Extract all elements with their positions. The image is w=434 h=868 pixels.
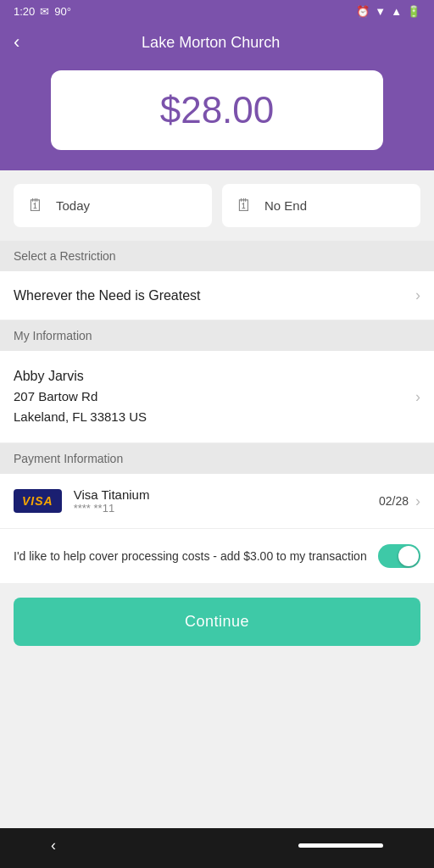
restriction-chevron-icon: › [415, 287, 420, 304]
start-calendar-icon: 🗓 [27, 196, 44, 215]
card-name: Visa Titanium [74, 487, 379, 502]
processing-text: I'd like to help cover processing costs … [14, 548, 368, 565]
end-date-button[interactable]: 🗓 No End [222, 184, 420, 227]
processing-row: I'd like to help cover processing costs … [0, 529, 434, 584]
signal-icon: ▲ [391, 5, 402, 18]
info-address1: 207 Bartow Rd [14, 387, 415, 407]
start-date-label: Today [56, 198, 90, 213]
my-info-section-label: My Information [0, 320, 434, 351]
amount-box: $28.00 [51, 70, 383, 150]
alarm-icon: ⏰ [356, 5, 370, 18]
nav-home-pill[interactable] [298, 843, 383, 848]
processing-toggle[interactable] [378, 544, 420, 568]
toggle-knob [398, 546, 419, 566]
info-chevron-icon: › [415, 388, 420, 406]
visa-logo: VISA [14, 489, 62, 513]
wifi-icon: ▼ [375, 5, 386, 18]
gmail-icon: ✉ [40, 5, 49, 18]
info-text-block: Abby Jarvis 207 Bartow Rd Lakeland, FL 3… [14, 366, 415, 427]
payment-section-label: Payment Information [0, 443, 434, 474]
info-address2: Lakeland, FL 33813 US [14, 407, 415, 427]
restriction-section-label: Select a Restriction [0, 241, 434, 271]
restriction-option[interactable]: Wherever the Need is Greatest › [0, 271, 434, 320]
continue-section: Continue [0, 584, 434, 663]
status-right: ⏰ ▼ ▲ 🔋 [356, 5, 420, 18]
my-info-section[interactable]: Abby Jarvis 207 Bartow Rd Lakeland, FL 3… [0, 351, 434, 443]
status-time: 1:20 [14, 5, 35, 18]
continue-button[interactable]: Continue [14, 598, 420, 646]
amount-container: $28.00 [0, 70, 434, 170]
end-calendar-icon: 🗓 [236, 196, 253, 215]
battery-icon: 🔋 [407, 5, 420, 18]
payment-row[interactable]: VISA Visa Titanium **** **11 02/28 › [0, 474, 434, 529]
amount-value: $28.00 [160, 89, 275, 131]
date-row: 🗓 Today 🗓 No End [0, 170, 434, 241]
info-name: Abby Jarvis [14, 366, 415, 387]
status-left: 1:20 ✉ 90° [14, 5, 71, 18]
start-date-button[interactable]: 🗓 Today [14, 184, 212, 227]
header-title: Lake Morton Church [30, 34, 392, 52]
payment-chevron-icon: › [415, 492, 420, 510]
end-date-label: No End [264, 198, 307, 213]
card-number: **** **11 [74, 502, 379, 515]
nav-bar: ‹ [0, 828, 434, 868]
restriction-text: Wherever the Need is Greatest [14, 288, 415, 303]
card-expiry: 02/28 [379, 494, 409, 508]
nav-back-button[interactable]: ‹ [51, 837, 56, 854]
status-bar: 1:20 ✉ 90° ⏰ ▼ ▲ 🔋 [0, 0, 434, 23]
back-button[interactable]: ‹ [14, 31, 19, 53]
header: ‹ Lake Morton Church [0, 23, 434, 70]
payment-details: Visa Titanium **** **11 [74, 487, 379, 515]
status-temp: 90° [54, 5, 71, 18]
